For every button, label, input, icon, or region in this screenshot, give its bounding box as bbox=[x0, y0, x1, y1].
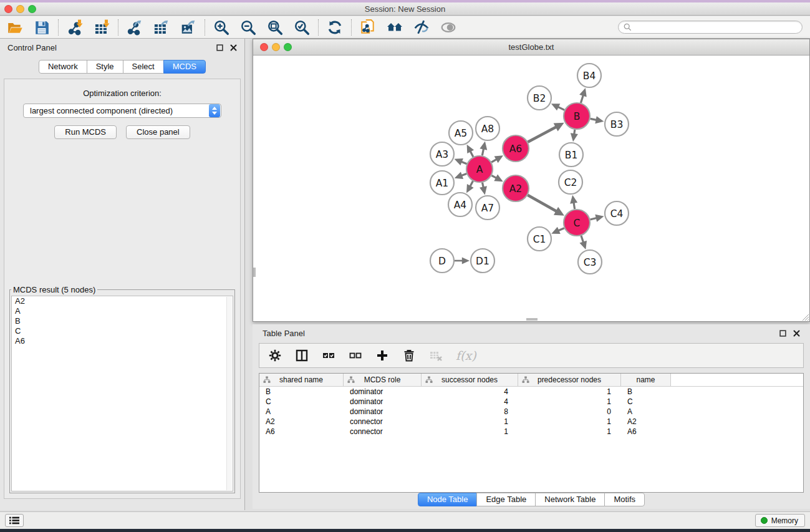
delete-column-icon[interactable] bbox=[402, 349, 416, 362]
graph-node-D[interactable]: D bbox=[430, 249, 454, 273]
graph-edge-A-A5[interactable] bbox=[467, 145, 474, 157]
tab-mcds[interactable]: MCDS bbox=[163, 60, 206, 74]
network-graph[interactable]: B4B2BB3A8A5A6A3B1AA1C2A2A4A7C4CC1C3DD1 bbox=[253, 56, 809, 321]
graph-edge-C-C2[interactable] bbox=[570, 195, 577, 210]
graph-node-D1[interactable]: D1 bbox=[471, 249, 494, 273]
column-header-successor-nodes[interactable]: successor nodes bbox=[422, 374, 518, 386]
close-table-panel-icon[interactable] bbox=[793, 330, 800, 337]
cell-shared-name[interactable]: A bbox=[259, 407, 344, 416]
table-row[interactable]: Adominator80A bbox=[259, 407, 803, 417]
canvas-horizontal-scrollbar[interactable] bbox=[526, 318, 538, 321]
mcds-result-item[interactable]: B bbox=[12, 316, 233, 326]
column-header-predecessor-nodes[interactable]: predecessor nodes bbox=[518, 374, 621, 386]
table-row[interactable]: A2connector11A2 bbox=[259, 417, 803, 427]
graph-node-B4[interactable]: B4 bbox=[577, 64, 601, 87]
tab-edge-table[interactable]: Edge Table bbox=[476, 493, 536, 506]
cell-predecessor-nodes[interactable]: 1 bbox=[518, 427, 621, 436]
show-columns-icon[interactable] bbox=[295, 349, 309, 362]
graph-edge-B-B2[interactable] bbox=[551, 104, 564, 110]
cell-predecessor-nodes[interactable]: 0 bbox=[518, 407, 621, 416]
open-file-icon[interactable] bbox=[6, 19, 24, 36]
graph-edge-A2-C[interactable] bbox=[528, 195, 564, 216]
criterion-dropdown[interactable]: largest connected component (directed) bbox=[23, 104, 221, 118]
cell-predecessor-nodes[interactable]: 1 bbox=[518, 387, 621, 396]
graph-node-C4[interactable]: C4 bbox=[605, 201, 629, 225]
graph-node-C2[interactable]: C2 bbox=[559, 170, 582, 194]
graph-node-A7[interactable]: A7 bbox=[476, 196, 499, 220]
cell-successor-nodes[interactable]: 1 bbox=[422, 427, 518, 436]
graph-edge-C-C3[interactable] bbox=[579, 236, 587, 249]
cell-successor-nodes[interactable]: 8 bbox=[422, 407, 518, 416]
graph-edge-A-A6[interactable] bbox=[491, 155, 503, 163]
memory-button[interactable]: Memory bbox=[755, 514, 805, 527]
graph-edge-A-A8[interactable] bbox=[480, 142, 487, 156]
float-table-panel-icon[interactable] bbox=[779, 330, 786, 337]
cell-shared-name[interactable]: A2 bbox=[259, 417, 344, 426]
graph-edge-B-B4[interactable] bbox=[579, 88, 587, 103]
add-column-icon[interactable] bbox=[375, 349, 389, 362]
graph-node-A1[interactable]: A1 bbox=[430, 171, 454, 195]
tab-node-table[interactable]: Node Table bbox=[418, 493, 478, 506]
node-table[interactable]: shared name MCDS role successor nodes pr… bbox=[259, 373, 804, 493]
graph-edge-C-C1[interactable] bbox=[551, 227, 564, 234]
table-row[interactable]: Cdominator41C bbox=[259, 397, 803, 407]
mcds-result-item[interactable]: A6 bbox=[12, 336, 233, 346]
graph-edge-A6-B[interactable] bbox=[528, 123, 564, 142]
cell-predecessor-nodes[interactable]: 1 bbox=[518, 397, 621, 406]
table-row[interactable]: Bdominator41B bbox=[259, 387, 803, 397]
graph-node-B1[interactable]: B1 bbox=[559, 143, 583, 167]
cell-name[interactable]: A bbox=[621, 407, 671, 416]
cell-MCDS-role[interactable]: dominator bbox=[344, 397, 422, 406]
graph-edge-C-C4[interactable] bbox=[590, 215, 604, 222]
export-table-icon[interactable] bbox=[153, 19, 170, 36]
column-header-name[interactable]: name bbox=[621, 374, 671, 386]
close-panel-button[interactable]: Close panel bbox=[126, 125, 190, 139]
graph-edge-B-B1[interactable] bbox=[571, 130, 578, 142]
cell-shared-name[interactable]: B bbox=[259, 387, 344, 396]
cell-name[interactable]: B bbox=[621, 387, 671, 396]
zoom-out-icon[interactable] bbox=[239, 19, 257, 36]
graph-node-B3[interactable]: B3 bbox=[605, 112, 629, 136]
function-builder-button[interactable]: f(x) bbox=[456, 349, 476, 362]
graph-node-A2[interactable]: A2 bbox=[503, 175, 529, 201]
tab-motifs[interactable]: Motifs bbox=[604, 493, 645, 506]
cell-shared-name[interactable]: A6 bbox=[259, 427, 344, 436]
cell-name[interactable]: A2 bbox=[621, 417, 671, 426]
zoom-fit-icon[interactable] bbox=[266, 19, 284, 36]
graph-edge-A-A7[interactable] bbox=[480, 183, 487, 195]
graph-node-A[interactable]: A bbox=[466, 156, 493, 182]
graph-node-C[interactable]: C bbox=[564, 210, 590, 236]
float-panel-icon[interactable] bbox=[216, 44, 223, 51]
tab-style[interactable]: Style bbox=[87, 60, 123, 74]
tab-select[interactable]: Select bbox=[123, 60, 164, 74]
cell-name[interactable]: A6 bbox=[621, 427, 671, 436]
graph-edge-B-B3[interactable] bbox=[591, 116, 604, 123]
mcds-result-list[interactable]: A2ABCA6 bbox=[11, 296, 233, 491]
deselect-all-columns-icon[interactable] bbox=[349, 349, 362, 362]
app-titlebar[interactable]: Session: New Session bbox=[0, 2, 810, 16]
graph-edge-A-A3[interactable] bbox=[454, 158, 466, 165]
graph-edge-A-A2[interactable] bbox=[491, 175, 503, 182]
tab-network-table[interactable]: Network Table bbox=[535, 493, 605, 506]
graph-node-C1[interactable]: C1 bbox=[528, 227, 551, 251]
column-header-MCDS-role[interactable]: MCDS role bbox=[344, 374, 422, 386]
graph-node-A3[interactable]: A3 bbox=[430, 142, 454, 166]
import-network-icon[interactable] bbox=[66, 19, 84, 36]
cell-MCDS-role[interactable]: dominator bbox=[344, 387, 422, 396]
cell-MCDS-role[interactable]: dominator bbox=[344, 407, 422, 416]
mcds-result-item[interactable]: A2 bbox=[12, 296, 233, 306]
show-hide-panel-icon[interactable] bbox=[413, 19, 430, 36]
table-settings-gear-icon[interactable] bbox=[268, 349, 282, 362]
run-mcds-button[interactable]: Run MCDS bbox=[54, 125, 117, 139]
table-row[interactable]: A6connector11A6 bbox=[259, 427, 803, 437]
cell-MCDS-role[interactable]: connector bbox=[344, 417, 422, 426]
graph-node-B2[interactable]: B2 bbox=[528, 86, 551, 110]
show-panels-button[interactable] bbox=[5, 514, 24, 527]
graph-node-C3[interactable]: C3 bbox=[578, 250, 602, 274]
select-all-columns-icon[interactable] bbox=[322, 349, 335, 362]
tab-network[interactable]: Network bbox=[39, 60, 87, 74]
save-session-icon[interactable] bbox=[33, 19, 51, 36]
graph-node-A8[interactable]: A8 bbox=[476, 117, 499, 140]
search-box[interactable] bbox=[618, 21, 803, 34]
window-resize-grip[interactable] bbox=[800, 312, 809, 321]
